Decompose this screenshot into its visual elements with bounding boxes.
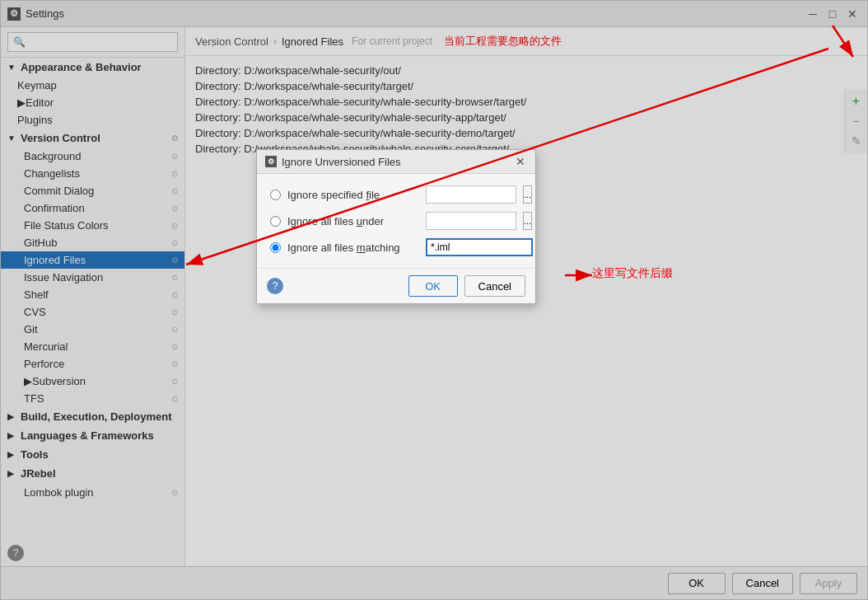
input-specified-file[interactable] [426, 185, 516, 204]
dialog-footer: ? OK Cancel [257, 268, 535, 303]
dialog-cancel-button[interactable]: Cancel [464, 275, 525, 297]
input-all-files-matching[interactable] [426, 238, 533, 256]
ignore-dialog: ⚙ Ignore Unversioned Files ✕ Ignore spec… [256, 149, 536, 304]
settings-window: ⚙ Settings ─ □ ✕ ▼ Appearance & Behavior [0, 0, 868, 600]
radio-row-matching: Ignore all files matching [270, 238, 522, 256]
browse-under-button[interactable]: ... [523, 212, 532, 230]
dialog-title: Ignore Unversioned Files [282, 156, 509, 168]
input-all-files-under[interactable] [426, 212, 516, 230]
dialog-help-icon[interactable]: ? [267, 278, 283, 294]
dialog-ok-button[interactable]: OK [408, 275, 458, 297]
radio-row-under: Ignore all files under ... [270, 212, 522, 230]
dialog-icon: ⚙ [265, 156, 277, 167]
radio-all-files-matching[interactable] [270, 242, 281, 253]
radio-label-matching[interactable]: Ignore all files matching [287, 241, 419, 254]
radio-row-specified: Ignore specified file ... [270, 185, 522, 204]
browse-specified-button[interactable]: ... [523, 185, 532, 204]
dialog-close-button[interactable]: ✕ [514, 155, 527, 168]
dialog-body: Ignore specified file ... Ignore all fil… [257, 174, 535, 268]
radio-group: Ignore specified file ... Ignore all fil… [270, 185, 522, 256]
radio-label-specified[interactable]: Ignore specified file [287, 189, 419, 201]
radio-label-under[interactable]: Ignore all files under [287, 215, 419, 227]
dialog-title-bar: ⚙ Ignore Unversioned Files ✕ [257, 150, 535, 174]
dialog-overlay: ⚙ Ignore Unversioned Files ✕ Ignore spec… [1, 1, 867, 599]
radio-all-files-under[interactable] [270, 216, 281, 227]
radio-specified-file[interactable] [270, 190, 281, 200]
